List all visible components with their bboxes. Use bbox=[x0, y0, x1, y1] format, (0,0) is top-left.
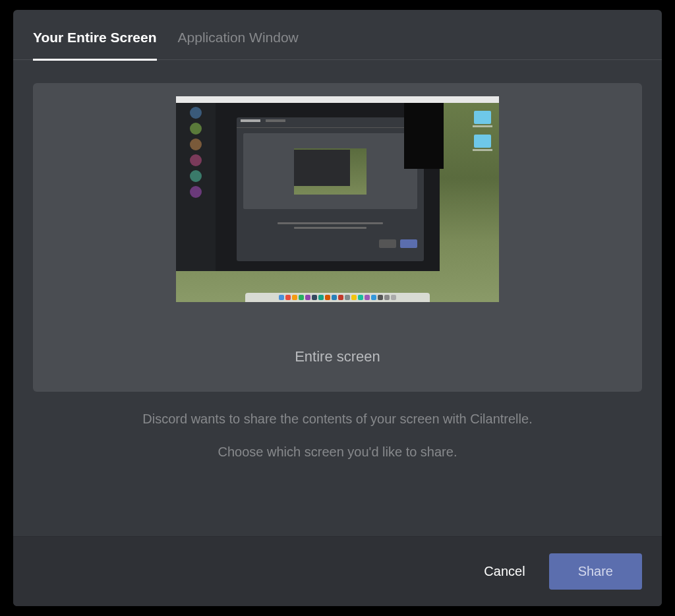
thumbnail-footer bbox=[237, 237, 424, 251]
thumbnail-menubar bbox=[176, 96, 499, 103]
thumbnail-nested-card bbox=[243, 133, 417, 209]
sidebar-avatar-icon bbox=[190, 139, 202, 150]
screen-thumbnail bbox=[176, 96, 499, 302]
thumbnail-text-line bbox=[294, 227, 367, 229]
dock-app-icon bbox=[299, 295, 304, 300]
screen-option-label: Entire screen bbox=[295, 348, 380, 365]
thumbnail-dock bbox=[245, 293, 430, 302]
dock-app-icon bbox=[351, 295, 357, 300]
dock-app-icon bbox=[312, 295, 317, 300]
thumbnail-folder-label bbox=[473, 125, 492, 127]
thumbnail-nested-modal bbox=[237, 117, 424, 261]
description-line-1: Discord wants to share the contents of y… bbox=[59, 408, 616, 429]
thumbnail-description bbox=[237, 214, 424, 237]
sidebar-avatar-icon bbox=[190, 186, 202, 198]
thumbnail-recursive-inner bbox=[294, 150, 350, 186]
dock-app-icon bbox=[292, 295, 297, 300]
dock-app-icon bbox=[384, 295, 390, 300]
tabs-container: Your Entire Screen Application Window bbox=[13, 10, 662, 60]
modal-footer: Cancel Share bbox=[13, 536, 662, 606]
thumbnail-text-line bbox=[278, 222, 383, 224]
dock-app-icon bbox=[318, 295, 324, 300]
thumbnail-app-window bbox=[176, 103, 440, 271]
dock-app-icon bbox=[305, 295, 310, 300]
modal-content: Entire screen Discord wants to share the… bbox=[13, 60, 662, 536]
share-button[interactable]: Share bbox=[549, 553, 642, 590]
thumbnail-tab-active bbox=[241, 119, 260, 122]
dock-app-icon bbox=[378, 295, 383, 300]
screen-share-modal: Your Entire Screen Application Window bbox=[13, 10, 662, 606]
tab-entire-screen[interactable]: Your Entire Screen bbox=[33, 30, 157, 61]
dock-app-icon bbox=[279, 295, 284, 300]
dock-app-icon bbox=[391, 295, 396, 300]
thumbnail-folder-label bbox=[473, 149, 492, 151]
thumbnail-share-button bbox=[400, 239, 417, 248]
screen-option-card[interactable]: Entire screen bbox=[33, 83, 642, 392]
thumbnail-tabs bbox=[237, 117, 424, 128]
dock-app-icon bbox=[358, 295, 363, 300]
sidebar-avatar-icon bbox=[190, 170, 202, 182]
dock-app-icon bbox=[332, 295, 337, 300]
dock-app-icon bbox=[345, 295, 350, 300]
dock-app-icon bbox=[371, 295, 376, 300]
tab-application-window[interactable]: Application Window bbox=[178, 30, 299, 61]
thumbnail-tab-inactive bbox=[266, 119, 285, 122]
dock-app-icon bbox=[365, 295, 370, 300]
thumbnail-folder-icon bbox=[474, 135, 491, 148]
thumbnail-cancel-button bbox=[379, 239, 396, 248]
sidebar-avatar-icon bbox=[190, 107, 202, 119]
description-container: Discord wants to share the contents of y… bbox=[33, 392, 642, 474]
sidebar-avatar-icon bbox=[190, 123, 202, 135]
thumbnail-sidebar bbox=[176, 103, 216, 271]
thumbnail-right-panel bbox=[404, 103, 444, 169]
thumbnail-recursive-preview bbox=[294, 148, 367, 195]
description-line-2: Choose which screen you'd like to share. bbox=[59, 441, 616, 462]
cancel-button[interactable]: Cancel bbox=[479, 556, 530, 587]
dock-app-icon bbox=[338, 295, 343, 300]
dock-app-icon bbox=[285, 295, 291, 300]
sidebar-avatar-icon bbox=[190, 154, 202, 166]
thumbnail-folder-icon bbox=[474, 111, 491, 124]
dock-app-icon bbox=[325, 295, 330, 300]
